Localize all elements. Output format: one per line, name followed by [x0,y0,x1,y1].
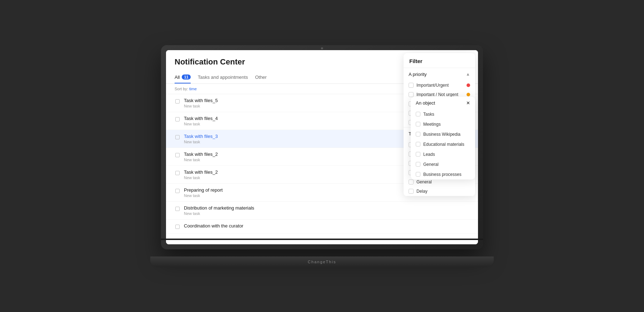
filter-priority-label-1: Important / Not urgent [416,92,464,97]
sort-label: Sort by: [175,87,188,91]
notif-icon-8 [175,224,180,230]
tab-all-label: All [175,75,180,80]
object-item-0[interactable]: Tasks [411,109,475,119]
notif-icon-7 [175,206,180,212]
tab-tasks-label: Tasks and appointments [198,75,248,80]
filter-priority-label: A priority [409,72,427,77]
priority-dot-orange [467,93,470,96]
object-panel: An object ✕ Tasks Meetings Business Wiki… [411,97,475,179]
tab-other[interactable]: Other [255,72,267,83]
object-header[interactable]: An object ✕ [411,97,475,109]
filter-priority-checkbox-1[interactable] [409,92,414,97]
sort-value[interactable]: time [189,87,197,91]
filter-priority-chevron: ▲ [466,72,470,77]
object-checkbox-2[interactable] [416,132,420,136]
filter-title: Filter [404,53,475,68]
notif-title-8: Coordination with the curator [184,223,469,229]
object-chevron: ✕ [466,100,470,106]
filter-type-label-4: General [416,179,470,184]
object-item-5[interactable]: General [411,159,475,169]
laptop-base: ChangeThis [150,256,494,267]
object-checkbox-6[interactable] [416,172,420,177]
object-label-0: Tasks [423,112,434,117]
object-label-3: Educational materials [423,142,464,147]
tab-tasks[interactable]: Tasks and appointments [198,72,248,83]
filter-type-checkbox-5[interactable] [409,189,414,194]
object-item-2[interactable]: Business Wikipedia [411,129,475,139]
notif-icon-3 [175,134,180,140]
filter-type-item-5[interactable]: Delay [404,187,475,196]
laptop-screen: Notification Center All 11 Tasks and app… [166,50,478,244]
laptop-hinge [161,239,483,240]
object-item-6[interactable]: Business processes [411,169,475,179]
filter-priority-header[interactable]: A priority ▲ [404,68,475,81]
filter-type-checkbox-4[interactable] [409,179,414,184]
priority-dot-red [467,83,470,87]
notif-content-8: Coordination with the curator [184,223,469,229]
notification-item-7[interactable]: Distribution of marketing materials New … [166,202,478,220]
filter-priority-item-0[interactable]: Important/Urgent [404,81,475,90]
object-checkbox-5[interactable] [416,162,420,167]
filter-priority-checkbox-0[interactable] [409,83,414,88]
object-label-2: Business Wikipedia [423,132,460,137]
tab-other-label: Other [255,75,267,80]
object-item-4[interactable]: Leads [411,149,475,159]
notif-icon-2 [175,116,180,122]
notif-title-7: Distribution of marketing materials [184,205,469,211]
object-checkbox-3[interactable] [416,142,420,147]
object-checkbox-1[interactable] [416,122,420,126]
object-checkbox-0[interactable] [416,112,420,116]
notif-content-7: Distribution of marketing materials New … [184,205,469,216]
notif-icon-1 [175,99,180,104]
laptop-brand-label: ChangeThis [308,260,336,264]
camera-dot [321,47,323,49]
object-label: An object [416,100,435,106]
object-label-4: Leads [423,152,435,157]
tab-all-badge: 11 [182,75,190,80]
notif-icon-5 [175,170,180,176]
object-label-5: General [423,162,439,167]
object-item-1[interactable]: Meetings [411,119,475,129]
filter-type-label-5: Delay [416,189,470,194]
laptop-wrapper: Notification Center All 11 Tasks and app… [161,45,483,267]
notif-icon-6 [175,188,180,194]
notification-item-8[interactable]: Coordination with the curator [166,220,478,234]
notif-subtitle-7: New task [184,211,469,216]
object-item-3[interactable]: Educational materials [411,139,475,149]
filter-priority-label-0: Important/Urgent [416,83,464,88]
laptop-body: Notification Center All 11 Tasks and app… [161,45,483,249]
object-checkbox-4[interactable] [416,152,420,157]
object-label-6: Business processes [423,172,462,177]
notif-icon-4 [175,152,180,158]
tab-all[interactable]: All 11 [175,72,191,83]
object-label-1: Meetings [423,122,441,127]
